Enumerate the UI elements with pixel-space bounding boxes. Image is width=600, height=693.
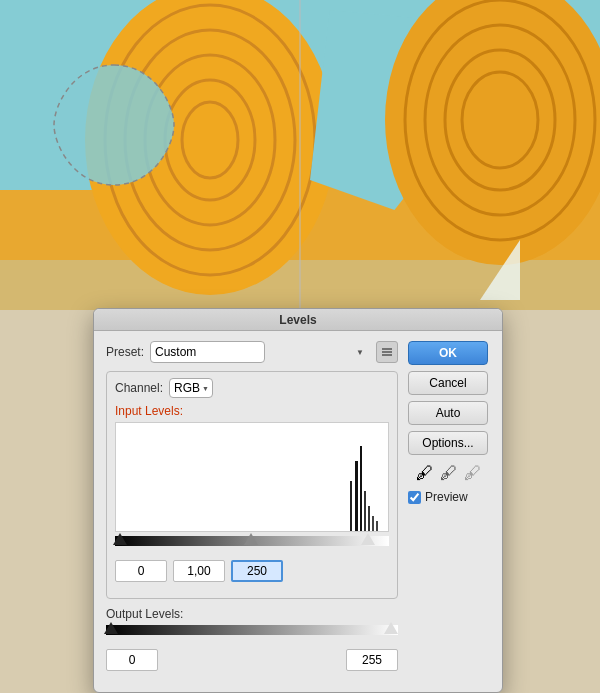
input-values-row: [115, 560, 389, 582]
output-levels-label: Output Levels:: [106, 607, 398, 621]
black-input-thumb[interactable]: [113, 533, 127, 545]
white-triangle: [480, 240, 520, 300]
white-input-thumb[interactable]: [361, 533, 375, 545]
auto-button[interactable]: Auto: [408, 401, 488, 425]
preset-select-wrapper: Custom Default Increase Contrast 1: [150, 341, 370, 363]
input-mid-value[interactable]: [173, 560, 225, 582]
histogram-container: [115, 422, 389, 532]
panel-divider: [299, 0, 301, 310]
output-values-row: [106, 649, 398, 671]
preset-row: Preset: Custom Default Increase Contrast…: [106, 341, 398, 363]
preset-menu-button[interactable]: [376, 341, 398, 363]
hist-bar-2: [350, 481, 352, 531]
channel-group: Channel: RGB Red Green Blue Input Levels…: [106, 371, 398, 599]
input-white-value[interactable]: [231, 560, 283, 582]
preview-checkbox[interactable]: [408, 491, 421, 504]
preset-select[interactable]: Custom Default Increase Contrast 1: [150, 341, 265, 363]
canvas-background: [0, 0, 600, 310]
channel-row: Channel: RGB Red Green Blue: [115, 378, 389, 398]
preset-label: Preset:: [106, 345, 144, 359]
dialog-title: Levels: [279, 313, 316, 327]
hist-bar-6: [372, 516, 374, 531]
output-slider-track: [106, 625, 398, 635]
options-button[interactable]: Options...: [408, 431, 488, 455]
channel-label: Channel:: [115, 381, 163, 395]
levels-dialog: Levels Preset: Custom Default Increase C…: [93, 308, 503, 693]
preview-label: Preview: [425, 490, 468, 504]
input-slider-container: [115, 536, 389, 554]
white-eyedropper-icon[interactable]: 🖋: [464, 463, 482, 484]
input-levels-label: Input Levels:: [115, 404, 389, 418]
hist-bar-4: [364, 491, 366, 531]
eyedroppers-row: 🖋 🖋 🖋: [408, 463, 490, 484]
cancel-button[interactable]: Cancel: [408, 371, 488, 395]
black-eyedropper-icon[interactable]: 🖋: [416, 463, 434, 484]
preview-row: Preview: [408, 490, 490, 504]
dialog-titlebar: Levels: [94, 309, 502, 331]
mid-input-thumb[interactable]: [244, 533, 258, 545]
output-slider-container: [106, 625, 398, 643]
dialog-body: Preset: Custom Default Increase Contrast…: [94, 331, 502, 681]
white-output-thumb[interactable]: [384, 622, 398, 634]
leaf-selection-svg: [44, 55, 184, 195]
spiral-right-svg: [380, 0, 600, 280]
dialog-left-section: Preset: Custom Default Increase Contrast…: [106, 341, 398, 671]
output-white-value[interactable]: [346, 649, 398, 671]
hist-bar-3: [360, 446, 362, 531]
ok-button[interactable]: OK: [408, 341, 488, 365]
input-slider-track: [115, 536, 389, 546]
dialog-right-section: OK Cancel Auto Options... 🖋 🖋 🖋 Preview: [408, 341, 490, 671]
input-black-value[interactable]: [115, 560, 167, 582]
black-output-thumb[interactable]: [104, 622, 118, 634]
svg-point-6: [385, 0, 600, 265]
hist-bar-5: [368, 506, 370, 531]
preset-menu-icon: [381, 347, 393, 357]
channel-select[interactable]: RGB Red Green Blue: [169, 378, 213, 398]
output-black-value[interactable]: [106, 649, 158, 671]
hist-bar-7: [376, 521, 378, 531]
hist-bar-1: [355, 461, 358, 531]
channel-select-wrapper: RGB Red Green Blue: [169, 378, 213, 398]
gray-eyedropper-icon[interactable]: 🖋: [440, 463, 458, 484]
